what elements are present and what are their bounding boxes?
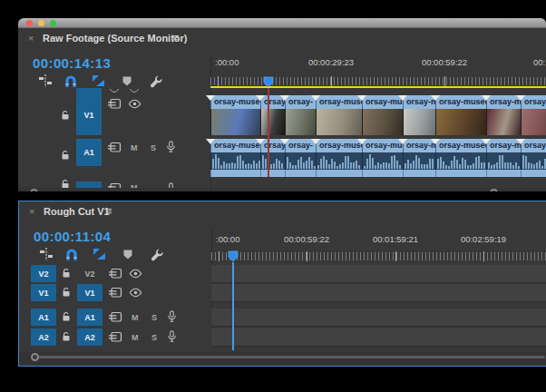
video-clip[interactable]: orsay-muse (210, 95, 260, 135)
audio-clip[interactable]: orsay-mus (362, 139, 403, 177)
track-label: A2 (84, 333, 95, 342)
source-patch-a1[interactable]: A1 (31, 309, 56, 326)
toggle-track-output-eye-icon[interactable] (129, 269, 142, 279)
track-header-a2[interactable] (76, 181, 102, 188)
audio-clip[interactable]: orsay-m (521, 139, 546, 177)
video-clip[interactable]: orsay-m (521, 95, 546, 135)
audio-clip[interactable]: orsay-m (403, 139, 435, 177)
mute-track-button[interactable]: M (132, 333, 139, 342)
timeline-display-settings-icon[interactable] (147, 72, 165, 90)
sync-lock-icon[interactable] (108, 287, 122, 299)
scrollbar-handle-left[interactable] (30, 189, 38, 191)
source-patch-v1[interactable]: V1 (31, 284, 56, 301)
lock-track-icon[interactable] (61, 331, 72, 342)
sequence-zoom-scrollbar[interactable] (19, 352, 546, 365)
source-playhead-line[interactable] (268, 88, 269, 177)
lock-track-icon[interactable] (60, 150, 71, 161)
panel-tab-sequence[interactable]: Rough Cut V1 (44, 206, 110, 217)
sequence-playhead-marker[interactable] (228, 250, 239, 262)
clip-label: orsay-museu (435, 139, 486, 152)
solo-track-button[interactable]: S (151, 333, 157, 342)
panel-close-icon[interactable]: × (28, 34, 34, 44)
panel-close-icon[interactable]: × (29, 207, 34, 217)
sync-lock-icon[interactable] (108, 331, 122, 343)
video-clip[interactable]: orsay-museu (435, 95, 486, 135)
sequence-playhead-line[interactable] (232, 262, 234, 350)
track-target-v2[interactable]: V2 (77, 265, 102, 282)
sequence-timecode[interactable]: 00:00:11:04 (34, 229, 111, 244)
scrollbar-handle-left[interactable] (31, 353, 39, 361)
track-target-a1[interactable]: A1 (76, 139, 102, 166)
video-clip[interactable]: orsay- (285, 95, 316, 135)
scrollbar-handle-right[interactable] (490, 189, 498, 191)
lock-track-icon[interactable] (61, 287, 72, 298)
audio-clip[interactable]: orsay-muse (316, 139, 362, 177)
sync-lock-icon[interactable] (108, 268, 122, 279)
track-header-v2[interactable] (76, 88, 102, 95)
minimize-window-button[interactable] (38, 20, 44, 26)
sync-lock-icon[interactable] (108, 311, 122, 323)
video-clip[interactable]: orsay-muse (316, 95, 362, 135)
close-window-button[interactable] (26, 20, 33, 26)
work-area-bar[interactable] (210, 86, 546, 88)
timeline-ruler[interactable] (211, 252, 546, 260)
linked-selection-icon[interactable] (89, 72, 107, 90)
snap-icon[interactable] (62, 72, 80, 90)
mute-track-button[interactable]: M (132, 313, 139, 322)
lock-track-icon[interactable] (60, 179, 71, 188)
snap-icon[interactable] (63, 245, 81, 263)
source-playhead-marker[interactable] (263, 76, 274, 88)
audio-clip[interactable]: orsay- (260, 139, 285, 177)
solo-track-button[interactable]: S (151, 313, 157, 322)
audio-clip[interactable]: orsay-museu (435, 139, 486, 177)
track-target-a1[interactable]: A1 (77, 309, 102, 326)
mute-track-button[interactable]: M (131, 143, 138, 152)
track-target-a2[interactable]: A2 (77, 328, 102, 346)
nested-sequence-toggle-icon[interactable] (37, 245, 55, 263)
lock-track-icon[interactable] (61, 268, 72, 279)
audio-clip[interactable]: orsay-m (486, 139, 521, 177)
solo-track-button[interactable]: S (151, 143, 156, 152)
clip-thumbnail (521, 109, 546, 135)
edit-point-marker (398, 95, 407, 101)
lock-track-icon[interactable] (61, 311, 72, 322)
video-clip[interactable]: orsay-m (486, 95, 521, 135)
source-patch-v2[interactable]: V2 (31, 265, 56, 282)
lock-track-icon[interactable] (60, 110, 71, 121)
edit-point-marker (206, 95, 215, 101)
window-titlebar[interactable] (18, 18, 546, 28)
sync-lock-icon[interactable] (107, 98, 122, 110)
timeline-track-row-v1[interactable] (211, 284, 546, 302)
video-clip[interactable]: orsay-m (403, 95, 435, 135)
panel-menu-icon[interactable]: ≡ (105, 205, 112, 217)
timeline-display-settings-icon[interactable] (148, 245, 166, 263)
audio-clip[interactable]: orsay- (285, 139, 316, 177)
add-marker-icon[interactable] (119, 245, 137, 263)
video-clip[interactable]: orsay- (260, 95, 285, 135)
audio-clip[interactable]: orsay-muse (210, 139, 260, 177)
source-patch-a2[interactable]: A2 (31, 328, 56, 346)
timeline-track-row-v2[interactable] (211, 265, 546, 283)
source-timecode[interactable]: 00:00:14:13 (33, 55, 111, 71)
add-marker-icon[interactable] (118, 72, 136, 90)
toggle-track-output-eye-icon[interactable] (128, 99, 141, 109)
voiceover-record-mic-icon[interactable] (167, 330, 177, 343)
timeline-track-row-a1[interactable] (211, 309, 546, 327)
panel-menu-icon[interactable]: ≡ (172, 32, 180, 44)
voiceover-record-mic-icon[interactable] (166, 141, 176, 153)
ruler-label-clipped: 00: (533, 57, 545, 67)
timeline-track-row-a2[interactable] (211, 328, 546, 347)
panel-tab-source[interactable]: Raw Footage (Source Monitor) (43, 33, 188, 44)
track-target-v1[interactable]: V1 (76, 95, 102, 135)
linked-selection-icon[interactable] (90, 245, 108, 263)
video-clip[interactable]: orsay-mus (362, 95, 403, 135)
voiceover-record-mic-icon[interactable] (167, 310, 177, 323)
zoom-window-button[interactable] (50, 20, 56, 26)
nested-sequence-toggle-icon[interactable] (36, 72, 54, 90)
scrollbar-track[interactable] (35, 356, 545, 358)
timeline-ruler[interactable] (210, 77, 546, 85)
sync-lock-icon[interactable] (107, 142, 122, 153)
source-zoom-scrollbar[interactable] (18, 188, 546, 191)
toggle-track-output-eye-icon[interactable] (129, 288, 142, 298)
track-target-v1[interactable]: V1 (77, 284, 102, 301)
